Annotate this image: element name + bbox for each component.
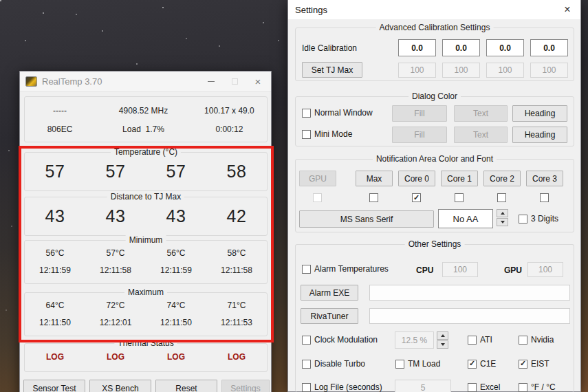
settings-window-title: Settings <box>295 5 557 15</box>
core2-color-button[interactable]: Core 2 <box>483 171 521 186</box>
xs-bench-button[interactable]: XS Bench <box>89 380 151 392</box>
cpu-multiplier-value: 100.17 x 49.0 <box>192 106 267 116</box>
reset-button[interactable]: Reset <box>155 380 217 392</box>
checkbox-box <box>519 215 527 224</box>
normal-window-checkbox[interactable]: Normal Window <box>302 108 373 118</box>
check-icon: ✓ <box>520 360 526 367</box>
core1-min-time: 12:11:58 <box>85 265 146 275</box>
cpu-info-group: ----- 4908.52 MHz 100.17 x 49.0 806EC Lo… <box>24 96 268 142</box>
anti-alias-value: No AA <box>438 209 493 228</box>
arrow-down-icon <box>501 221 505 224</box>
settings-close-button[interactable]: × <box>557 1 578 19</box>
checkbox-box <box>313 193 322 202</box>
disable-turbo-checkbox[interactable]: Disable Turbo <box>302 359 365 369</box>
core2-distance: 43 <box>146 206 206 226</box>
core3-color-button[interactable]: Core 3 <box>526 171 563 186</box>
arrow-up-icon <box>441 334 445 337</box>
spinner-up-button[interactable] <box>437 331 448 340</box>
fahrenheit-celsius-checkbox[interactable]: °F / °C <box>519 382 556 392</box>
realtemp-titlebar[interactable]: RealTemp 3.70 × <box>20 72 271 92</box>
mini-mode-checkbox[interactable]: Mini Mode <box>302 129 352 139</box>
core1-max-time: 12:12:01 <box>85 318 146 327</box>
core1-color-button[interactable]: Core 1 <box>441 171 478 186</box>
core0-show-checkbox[interactable]: ✓ <box>412 193 421 202</box>
log-file-checkbox[interactable]: Log File (seconds) <box>302 382 382 392</box>
checkbox-box <box>519 383 527 392</box>
tj-max-input-3: 100 <box>530 63 568 78</box>
maximum-group: Maximum 64°C 72°C 74°C 71°C 12:11:50 12:… <box>24 292 268 336</box>
arrow-up-icon <box>501 212 505 215</box>
idle-calibration-label: Idle Calibration <box>302 43 357 53</box>
close-button[interactable]: × <box>246 72 270 91</box>
cpuid-value: 806EC <box>25 124 95 134</box>
log-file-interval-input: 5 <box>395 380 451 392</box>
set-tj-max-button[interactable]: Set TJ Max <box>302 62 362 78</box>
checkbox-box <box>302 360 311 369</box>
core1-log-status: LOG <box>85 352 146 362</box>
tm-load-checkbox[interactable]: TM Load <box>395 359 440 369</box>
checkbox-box: ✓ <box>412 193 421 202</box>
realtemp-app-icon <box>25 76 37 87</box>
nvidia-checkbox[interactable]: Nvidia <box>519 335 554 345</box>
alarm-temperatures-label: Alarm Temperatures <box>314 264 389 274</box>
normal-window-label: Normal Window <box>314 108 373 118</box>
close-icon: × <box>564 4 570 15</box>
max-show-checkbox[interactable] <box>369 193 378 202</box>
eist-checkbox[interactable]: ✓ EIST <box>519 359 549 369</box>
idle-calibration-input-1[interactable]: 0.0 <box>442 39 480 56</box>
settings-titlebar[interactable]: Settings × <box>288 0 580 19</box>
checkbox-box <box>519 336 527 345</box>
gpu-alarm-label: GPU <box>504 265 522 275</box>
spinner-up-button[interactable] <box>497 209 508 217</box>
core3-temperature: 58 <box>206 162 267 182</box>
rivatuner-button[interactable]: RivaTuner <box>301 308 358 324</box>
c1e-checkbox[interactable]: ✓ C1E <box>468 359 496 369</box>
core2-show-checkbox[interactable] <box>497 193 506 202</box>
core3-show-checkbox[interactable] <box>540 193 549 202</box>
core3-min-time: 12:11:58 <box>206 265 267 275</box>
alarm-temperatures-checkbox[interactable]: Alarm Temperatures <box>302 264 389 274</box>
idle-calibration-input-3[interactable]: 0.0 <box>530 39 568 56</box>
spinner-down-button[interactable] <box>497 218 508 226</box>
three-digits-checkbox[interactable]: 3 Digits <box>519 214 558 224</box>
distance-group-title: Distance to TJ Max <box>107 192 184 202</box>
mini-heading-button[interactable]: Heading <box>512 127 567 143</box>
core1-show-checkbox[interactable] <box>455 193 464 202</box>
tj-max-input-2: 100 <box>486 63 524 78</box>
max-color-button[interactable]: Max <box>356 171 393 186</box>
core2-max-time: 12:11:50 <box>146 318 206 327</box>
rivatuner-path-field[interactable] <box>369 308 570 324</box>
alarm-exe-path-field[interactable] <box>369 285 570 301</box>
mini-text-button: Text <box>454 127 508 143</box>
checkbox-box <box>302 383 311 392</box>
idle-calibration-input-0[interactable]: 0.0 <box>398 39 436 56</box>
idle-calibration-input-2[interactable]: 0.0 <box>486 39 524 56</box>
ati-checkbox[interactable]: ATI <box>468 335 492 345</box>
normal-heading-button[interactable]: Heading <box>512 105 567 122</box>
minimize-button[interactable] <box>199 72 223 91</box>
checkbox-box <box>540 193 549 202</box>
dialog-color-group: Dialog Color Normal Window Fill Text Hea… <box>295 96 574 146</box>
temperature-group-title: Temperature (°C) <box>111 147 181 157</box>
other-settings-group: Other Settings Alarm Temperatures CPU 10… <box>295 244 574 392</box>
clock-modulation-checkbox[interactable]: Clock Modulation <box>302 335 378 345</box>
sensor-test-button[interactable]: Sensor Test <box>23 380 85 392</box>
disable-turbo-label: Disable Turbo <box>314 359 365 369</box>
spinner-down-button[interactable] <box>437 340 448 349</box>
clock-modulation-spinner <box>437 331 448 349</box>
load-label: Load <box>122 124 141 134</box>
cpu-alarm-label: CPU <box>416 265 433 275</box>
alarm-exe-button[interactable]: Alarm EXE <box>301 285 358 301</box>
font-select-button[interactable]: MS Sans Serif <box>299 210 434 228</box>
eist-label: EIST <box>531 359 549 369</box>
core2-temperature: 57 <box>146 162 206 182</box>
check-icon: ✓ <box>413 194 420 202</box>
normal-text-button: Text <box>454 105 508 122</box>
excel-checkbox[interactable]: Excel <box>468 382 500 392</box>
core2-max-temp: 74°C <box>146 301 206 310</box>
checkbox-box <box>302 109 311 118</box>
dialog-color-title: Dialog Color <box>409 91 461 101</box>
notification-area-group: Notification Area Color and Font GPU Max… <box>295 159 574 232</box>
desktop: RealTemp 3.70 × ----- 4908.52 MHz 100.17… <box>0 0 588 392</box>
core0-color-button[interactable]: Core 0 <box>398 171 435 186</box>
